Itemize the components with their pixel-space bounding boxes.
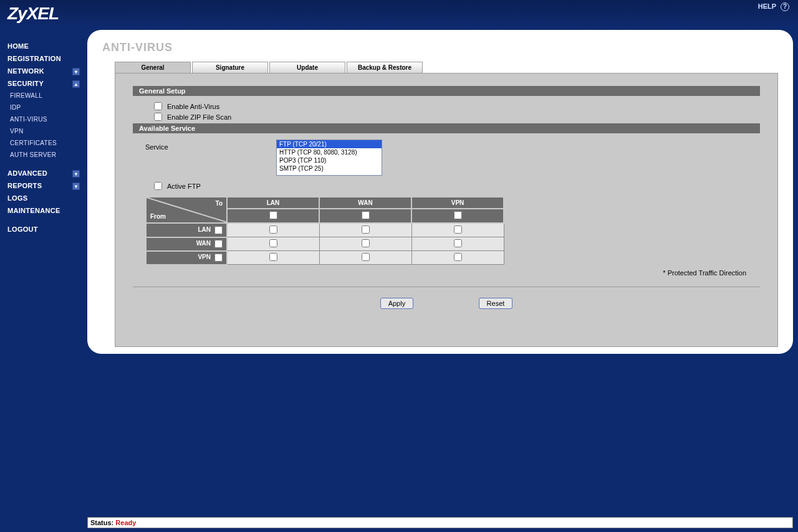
status-bar: Status: Ready bbox=[87, 517, 793, 528]
checkbox-wan-vpn[interactable] bbox=[454, 239, 462, 247]
tab-backup-restore[interactable]: Backup & Restore bbox=[347, 62, 423, 73]
checkbox-row-lan[interactable] bbox=[214, 226, 223, 234]
help-link[interactable]: HELP ? bbox=[758, 2, 789, 11]
status-label: Status: bbox=[90, 519, 113, 526]
tab-update[interactable]: Update bbox=[269, 62, 345, 73]
page-title: ANTI-VIRUS bbox=[102, 41, 778, 54]
nav-logs[interactable]: LOGS bbox=[0, 192, 87, 204]
col-head-vpn: VPN bbox=[411, 197, 504, 209]
nav-advanced[interactable]: ADVANCED▾ bbox=[0, 167, 87, 179]
zone-table: To From LAN WAN VPN LAN bbox=[145, 196, 504, 265]
row-label-wan: WAN bbox=[196, 240, 211, 247]
content-panel: ANTI-VIRUS General Signature Update Back… bbox=[87, 30, 793, 354]
note-protected-direction: * Protected Traffic Direction bbox=[133, 269, 746, 277]
nav-network[interactable]: NETWORK▾ bbox=[0, 65, 87, 77]
nav-reports-label: REPORTS bbox=[7, 182, 42, 189]
divider bbox=[133, 287, 760, 287]
label-from: From bbox=[150, 213, 166, 220]
row-head-wan: WAN bbox=[146, 237, 227, 251]
chevron-down-icon: ▾ bbox=[72, 68, 80, 75]
row-label-lan: LAN bbox=[198, 226, 211, 233]
nav-certificates[interactable]: CERTIFICATES bbox=[0, 137, 87, 149]
chevron-down-icon: ▾ bbox=[72, 183, 80, 190]
topbar: ZyXEL HELP ? bbox=[0, 0, 798, 27]
reset-button[interactable]: Reset bbox=[479, 298, 513, 309]
checkbox-active-ftp[interactable] bbox=[154, 182, 162, 190]
nav-security[interactable]: SECURITY▴ bbox=[0, 77, 87, 90]
brand-logo: ZyXEL bbox=[7, 4, 59, 24]
nav-authserver[interactable]: AUTH SERVER bbox=[0, 149, 87, 161]
chevron-up-icon: ▴ bbox=[72, 80, 80, 88]
checkbox-row-wan[interactable] bbox=[214, 240, 223, 248]
checkbox-col-lan[interactable] bbox=[269, 211, 277, 219]
tabs: General Signature Update Backup & Restor… bbox=[115, 62, 778, 73]
apply-button[interactable]: Apply bbox=[380, 298, 414, 309]
nav-network-label: NETWORK bbox=[7, 67, 44, 75]
zone-corner: To From bbox=[146, 197, 227, 223]
checkbox-col-wan[interactable] bbox=[362, 211, 370, 219]
nav-security-label: SECURITY bbox=[7, 80, 44, 87]
service-option-ftp[interactable]: FTP (TCP 20/21) bbox=[277, 140, 382, 148]
label-service: Service bbox=[145, 140, 276, 151]
service-option-smtp[interactable]: SMTP (TCP 25) bbox=[277, 164, 382, 173]
chevron-down-icon: ▾ bbox=[72, 170, 80, 178]
checkbox-wan-wan[interactable] bbox=[362, 239, 370, 247]
nav-vpn[interactable]: VPN bbox=[0, 125, 87, 137]
nav-firewall[interactable]: FIREWALL bbox=[0, 90, 87, 102]
service-list[interactable]: FTP (TCP 20/21) HTTP (TCP 80, 8080, 3128… bbox=[276, 140, 382, 176]
row-label-vpn: VPN bbox=[198, 254, 211, 260]
label-enable-antivirus: Enable Anti-Virus bbox=[167, 103, 219, 110]
nav-maintenance[interactable]: MAINTENANCE bbox=[0, 204, 87, 217]
nav-advanced-label: ADVANCED bbox=[7, 169, 47, 177]
col-head-lan: LAN bbox=[227, 197, 319, 209]
label-enable-zip-scan: Enable ZIP File Scan bbox=[167, 113, 231, 121]
status-value: Ready bbox=[115, 519, 136, 526]
checkbox-vpn-lan[interactable] bbox=[269, 253, 277, 261]
label-active-ftp: Active FTP bbox=[167, 183, 201, 190]
nav-idp[interactable]: IDP bbox=[0, 102, 87, 113]
section-available-service: Available Service bbox=[133, 123, 760, 133]
row-head-vpn: VPN bbox=[146, 251, 227, 265]
service-option-pop3[interactable]: POP3 (TCP 110) bbox=[277, 156, 382, 164]
help-label: HELP bbox=[758, 2, 776, 10]
service-option-http[interactable]: HTTP (TCP 80, 8080, 3128) bbox=[277, 148, 382, 156]
sidebar: HOME REGISTRATION NETWORK▾ SECURITY▴ FIR… bbox=[0, 27, 87, 235]
checkbox-lan-vpn[interactable] bbox=[454, 226, 462, 234]
checkbox-enable-zip-scan[interactable] bbox=[154, 113, 162, 121]
nav-registration[interactable]: REGISTRATION bbox=[0, 52, 87, 65]
nav-home[interactable]: HOME bbox=[0, 40, 87, 52]
checkbox-wan-lan[interactable] bbox=[269, 239, 277, 247]
checkbox-lan-lan[interactable] bbox=[269, 226, 277, 234]
tab-body: General Setup Enable Anti-Virus Enable Z… bbox=[115, 73, 778, 347]
nav-reports[interactable]: REPORTS▾ bbox=[0, 179, 87, 192]
row-head-lan: LAN bbox=[146, 223, 227, 237]
col-head-wan: WAN bbox=[319, 197, 411, 209]
checkbox-col-vpn[interactable] bbox=[454, 211, 462, 219]
section-general-setup: General Setup bbox=[133, 86, 760, 96]
checkbox-lan-wan[interactable] bbox=[362, 226, 370, 234]
label-to: To bbox=[216, 200, 223, 207]
nav-logout[interactable]: LOGOUT bbox=[0, 223, 87, 235]
checkbox-enable-antivirus[interactable] bbox=[154, 102, 162, 110]
checkbox-vpn-vpn[interactable] bbox=[454, 253, 462, 261]
nav-antivirus[interactable]: ANTI-VIRUS bbox=[0, 113, 87, 125]
tab-general[interactable]: General bbox=[115, 62, 191, 73]
checkbox-row-vpn[interactable] bbox=[214, 254, 223, 262]
tab-signature[interactable]: Signature bbox=[192, 62, 268, 73]
help-icon: ? bbox=[781, 2, 789, 11]
checkbox-vpn-wan[interactable] bbox=[362, 253, 370, 261]
